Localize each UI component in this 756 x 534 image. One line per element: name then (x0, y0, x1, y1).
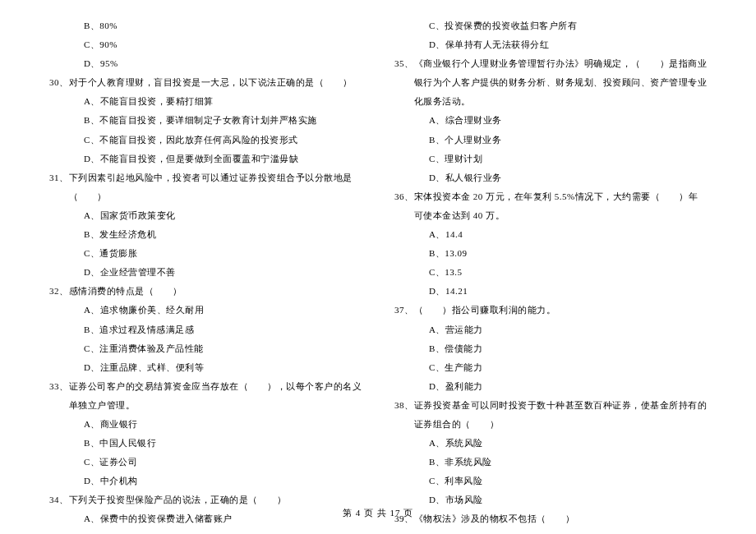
question-number: 30、 (49, 73, 69, 92)
answer-option: D、企业经营管理不善 (49, 263, 362, 282)
answer-option: C、证券公司 (49, 453, 362, 472)
answer-option: D、保单持有人无法获得分红 (394, 35, 707, 54)
answer-option: A、综合理财业务 (394, 111, 707, 130)
answer-option: A、不能盲目投资，要精打细算 (49, 92, 362, 111)
answer-option: C、13.5 (394, 263, 707, 282)
answer-option: D、中介机构 (49, 472, 362, 490)
answer-option: C、生产能力 (394, 358, 707, 377)
exam-page: B、80%C、90%D、95%30、对于个人教育理财，盲目投资是一大忌，以下说法… (49, 16, 707, 534)
question-stem: 37、（ ）指公司赚取利润的能力。 (394, 301, 707, 320)
question-number: 33、 (49, 377, 69, 415)
question-text: 《商业银行个人理财业务管理暂行办法》明确规定，（ ）是指商业银行为个人客户提供的… (414, 54, 708, 111)
answer-option: A、所有权 (394, 529, 707, 534)
answer-option: B、发生经济危机 (49, 225, 362, 244)
answer-option: B、不能盲目投资，要详细制定子女教育计划并严格实施 (49, 111, 362, 130)
answer-option: B、中国人民银行 (49, 434, 362, 453)
answer-option: A、国家货币政策变化 (49, 206, 362, 225)
answer-option: B、保费中的投资保费由基金管理公司进行运作 (49, 529, 362, 534)
answer-option: A、14.4 (394, 225, 707, 244)
left-column: B、80%C、90%D、95%30、对于个人教育理财，盲目投资是一大忌，以下说法… (49, 16, 362, 534)
answer-option: B、13.09 (394, 244, 707, 263)
question-stem: 35、《商业银行个人理财业务管理暂行办法》明确规定，（ ）是指商业银行为个人客户… (394, 54, 707, 111)
answer-option: D、95% (49, 54, 362, 73)
right-column: C、投资保费的投资收益归客户所有D、保单持有人无法获得分红35、《商业银行个人理… (394, 16, 707, 534)
question-number: 36、 (394, 187, 414, 225)
question-number: 31、 (49, 168, 69, 206)
question-stem: 32、感情消费的特点是（ ） (49, 282, 362, 301)
answer-option: D、注重品牌、式样、便利等 (49, 358, 362, 377)
answer-option: C、理财计划 (394, 150, 707, 168)
question-number: 32、 (49, 282, 69, 301)
question-number: 35、 (394, 54, 414, 111)
answer-option: B、80% (49, 16, 362, 35)
question-stem: 36、宋体投资本金 20 万元，在年复利 5.5%情况下，大约需要（ ）年可使本… (394, 187, 707, 225)
answer-option: B、偿债能力 (394, 339, 707, 358)
answer-option: B、非系统风险 (394, 453, 707, 472)
question-number: 38、 (394, 396, 414, 434)
answer-option: C、注重消费体验及产品性能 (49, 339, 362, 358)
answer-option: C、不能盲目投资，因此放弃任何高风险的投资形式 (49, 131, 362, 150)
question-stem: 31、下列因素引起地风险中，投资者可以通过证券投资组合予以分散地是（ ） (49, 168, 362, 206)
question-stem: 38、证券投资基金可以同时投资于数十种甚至数百种证券，使基金所持有的证券组合的（… (394, 396, 707, 434)
question-stem: 30、对于个人教育理财，盲目投资是一大忌，以下说法正确的是（ ） (49, 73, 362, 92)
answer-option: C、投资保费的投资收益归客户所有 (394, 16, 707, 35)
answer-option: A、系统风险 (394, 434, 707, 453)
question-text: 证券投资基金可以同时投资于数十种甚至数百种证券，使基金所持有的证券组合的（ ） (414, 396, 708, 434)
answer-option: A、商业银行 (49, 415, 362, 434)
answer-option: B、追求过程及情感满足感 (49, 320, 362, 339)
question-text: 证券公司客户的交易结算资金应当存放在（ ），以每个客户的名义单独立户管理。 (69, 377, 362, 415)
answer-option: C、通货膨胀 (49, 244, 362, 263)
question-number: 37、 (394, 301, 414, 320)
answer-option: B、个人理财业务 (394, 131, 707, 150)
answer-option: D、14.21 (394, 282, 707, 301)
answer-option: D、不能盲目投资，但是要做到全面覆盖和宁滥毋缺 (49, 150, 362, 168)
question-text: 宋体投资本金 20 万元，在年复利 5.5%情况下，大约需要（ ）年可使本金达到… (414, 187, 708, 225)
question-text: 感情消费的特点是（ ） (69, 282, 362, 301)
question-text: 对于个人教育理财，盲目投资是一大忌，以下说法正确的是（ ） (69, 73, 362, 92)
question-stem: 33、证券公司客户的交易结算资金应当存放在（ ），以每个客户的名义单独立户管理。 (49, 377, 362, 415)
answer-option: D、盈利能力 (394, 377, 707, 396)
answer-option: C、利率风险 (394, 472, 707, 490)
answer-option: A、追求物廉价美、经久耐用 (49, 301, 362, 320)
answer-option: C、90% (49, 35, 362, 54)
question-text: （ ）指公司赚取利润的能力。 (414, 301, 708, 320)
answer-option: A、营运能力 (394, 320, 707, 339)
page-footer: 第 4 页 共 17 页 (0, 507, 756, 519)
answer-option: D、私人银行业务 (394, 168, 707, 187)
question-text: 下列因素引起地风险中，投资者可以通过证券投资组合予以分散地是（ ） (69, 168, 362, 206)
